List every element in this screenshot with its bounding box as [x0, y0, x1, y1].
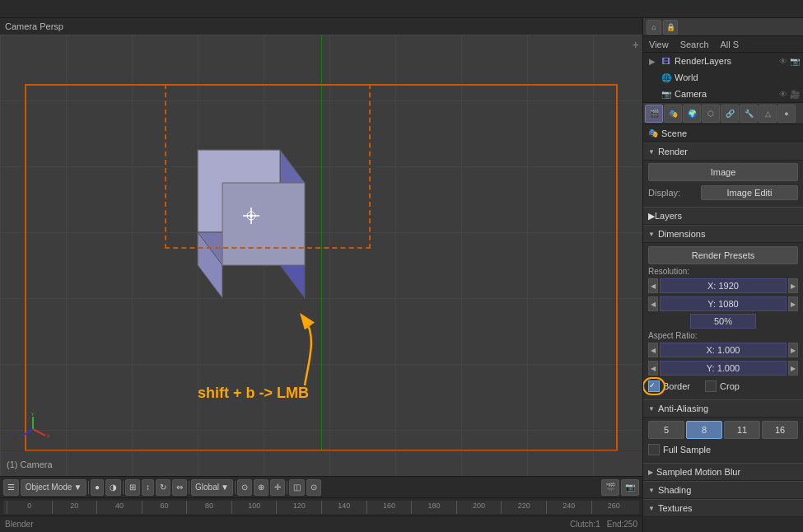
mesh-display-btn[interactable]: ⊞: [125, 479, 140, 496]
border-checkbox[interactable]: ✓: [648, 380, 660, 392]
x-res-right-arrow[interactable]: ▶: [788, 278, 798, 293]
full-sample-label: Full Sample: [663, 445, 711, 455]
render-preview-btn[interactable]: 🎬: [601, 479, 619, 496]
ay-row: ◀ Y: 1.000 ▶: [648, 360, 798, 376]
properties-icons-row: 🎬 🎭 🌍 ⬡ 🔗 🔧 △ ●: [643, 103, 803, 124]
prop-object-icon[interactable]: ⬡: [702, 105, 720, 123]
axis-indicator: X Y Z: [16, 413, 49, 447]
percent-field[interactable]: 50%: [690, 314, 756, 329]
camera-cam[interactable]: 🎥: [790, 90, 800, 99]
scene-icon: 🎭: [648, 128, 658, 138]
y-resolution-field[interactable]: Y: 1080: [660, 296, 787, 311]
ax-right-arrow[interactable]: ▶: [788, 343, 798, 357]
x-res-left-arrow[interactable]: ◀: [648, 278, 658, 293]
y-resolution-row: ◀ Y: 1080 ▶: [648, 296, 798, 312]
svg-line-15: [23, 429, 33, 436]
renderlayers-camera[interactable]: 📷: [790, 57, 800, 66]
sep5: [287, 481, 287, 494]
mark-260: 260: [591, 501, 637, 514]
svg-text:X: X: [46, 432, 49, 440]
svg-text:Z: Z: [18, 432, 22, 440]
viewport-canvas[interactable]: shift + b -> LMB (1) Camera + X Y Z: [0, 35, 642, 476]
mark-0: 0: [7, 501, 52, 514]
expand-icon: ▶: [647, 55, 658, 67]
camera-eye[interactable]: 👁: [779, 90, 787, 99]
sep4: [235, 481, 236, 494]
ax-left-arrow[interactable]: ◀: [648, 343, 658, 357]
image-btn[interactable]: Image: [648, 163, 798, 181]
x-resolution-field[interactable]: X: 1920: [660, 278, 787, 293]
bottom-toolbar: ☰ Object Mode ▼ ● ◑ ⊞ ↕ ↻ ⇔ Global ▼ ⊙ ⊕…: [0, 476, 642, 497]
ax-row: ◀ X: 1.000 ▶: [648, 342, 798, 358]
dimensions-triangle: ▼: [648, 231, 655, 238]
proportional-btn[interactable]: ⊙: [306, 479, 321, 496]
space-dropdown-icon: ▼: [221, 483, 229, 492]
menu-all[interactable]: All S: [718, 40, 742, 49]
ay-left-arrow[interactable]: ◀: [648, 361, 658, 376]
menu-search[interactable]: Search: [678, 40, 712, 49]
rotate-btn[interactable]: ↻: [156, 479, 170, 496]
full-sample-checkbox[interactable]: [648, 444, 660, 455]
manipulator-btn[interactable]: ✛: [270, 479, 285, 496]
render-section-header[interactable]: ▼ Render: [643, 142, 803, 161]
prop-material-icon[interactable]: ●: [777, 105, 796, 123]
tree-item-camera[interactable]: 📷 Camera 👁 🎥: [643, 86, 803, 102]
transform-btn[interactable]: ↕: [142, 479, 154, 496]
render-header-label: Render: [658, 147, 688, 156]
aa-btn-5[interactable]: 5: [648, 421, 684, 439]
aa-section-header[interactable]: ▼ Anti-Aliasing: [643, 399, 803, 418]
aa-btn-16[interactable]: 16: [762, 421, 798, 439]
prop-constraint-icon[interactable]: 🔗: [721, 105, 739, 123]
mode-dropdown-icon: ▼: [73, 483, 82, 492]
scale-btn[interactable]: ⇔: [172, 479, 187, 496]
y-res-right-arrow[interactable]: ▶: [788, 296, 798, 311]
prop-scene-icon[interactable]: 🎭: [664, 105, 682, 123]
tree-item-world[interactable]: 🌐 World: [643, 69, 803, 86]
motion-blur-section-header[interactable]: ▶ Sampled Motion Blur: [643, 463, 803, 481]
rpanel-icon-home[interactable]: ⌂: [647, 20, 661, 35]
render-image-row: Image: [648, 164, 798, 182]
dimensions-header-label: Dimensions: [658, 229, 705, 239]
dimensions-section-content: Render Presets Resolution: ◀ X: 1920 ▶ ◀…: [643, 243, 803, 399]
layer-btn[interactable]: ◫: [289, 479, 305, 496]
shading-section-header[interactable]: ▼ Shading: [643, 481, 803, 499]
crop-checkbox[interactable]: [705, 380, 717, 392]
rpanel-menu-bar: View Search All S: [643, 36, 803, 53]
display-btn[interactable]: Image Editi: [701, 185, 798, 200]
draw-solid-btn[interactable]: ◑: [105, 479, 121, 496]
dimensions-section-header[interactable]: ▼ Dimensions: [643, 225, 803, 243]
menu-view[interactable]: View: [647, 40, 671, 49]
ay-field[interactable]: Y: 1.000: [660, 361, 787, 376]
ay-right-arrow[interactable]: ▶: [788, 361, 798, 376]
pivot-btn[interactable]: ⊕: [254, 479, 268, 496]
aa-btn-11[interactable]: 11: [724, 421, 760, 439]
status-blender: Blender: [5, 520, 33, 529]
render-presets-btn[interactable]: Render Presets: [648, 246, 798, 264]
scene-label: Scene: [661, 128, 687, 138]
prop-render-icon[interactable]: 🎬: [645, 105, 663, 123]
prop-world-icon[interactable]: 🌍: [683, 105, 701, 123]
prop-modifier-icon[interactable]: 🔧: [740, 105, 758, 123]
display-row: Display: Image Editi: [648, 184, 798, 202]
timeline-ruler[interactable]: 0 20 40 60 80 100 120 140 160 180 200 22…: [3, 501, 639, 514]
y-res-left-arrow[interactable]: ◀: [648, 296, 658, 311]
prop-data-icon[interactable]: △: [759, 105, 777, 123]
world-icon: 🌐: [661, 72, 672, 83]
textures-triangle: ▼: [648, 505, 655, 512]
draw-mode-btn[interactable]: ●: [91, 479, 104, 496]
layers-section-header[interactable]: ▶ Layers: [643, 207, 803, 225]
aa-btn-8[interactable]: 8: [686, 421, 722, 439]
view-menu-btn[interactable]: ☰: [3, 479, 19, 496]
rpanel-icon-lock[interactable]: 🔒: [663, 20, 678, 35]
snap-btn[interactable]: ⊙: [237, 479, 252, 496]
tree-item-renderlayers[interactable]: ▶ 🎞 RenderLayers 👁 📷: [643, 53, 803, 69]
ax-field[interactable]: X: 1.000: [660, 343, 787, 357]
renderlayers-eye[interactable]: 👁: [779, 57, 787, 66]
textures-section-header[interactable]: ▼ Textures: [643, 499, 803, 517]
camera-btn[interactable]: 📷: [621, 479, 639, 496]
mark-80: 80: [186, 501, 231, 514]
mode-selector[interactable]: Object Mode ▼: [21, 479, 86, 496]
viewport-plus-icon[interactable]: +: [633, 38, 639, 51]
transform-space-btn[interactable]: Global ▼: [191, 479, 233, 496]
viewport-header: Camera Persp: [0, 18, 642, 35]
